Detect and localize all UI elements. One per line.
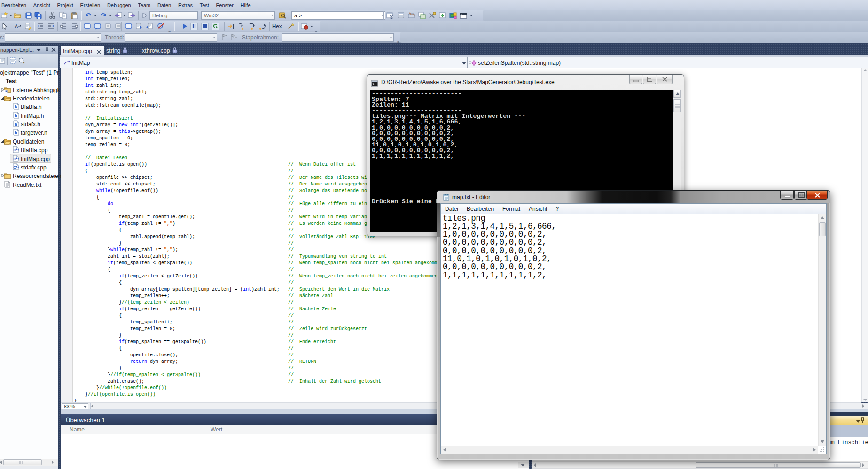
svg-text:Hex: Hex bbox=[272, 23, 282, 29]
svg-text:h: h bbox=[15, 122, 17, 127]
svg-text:h: h bbox=[15, 131, 17, 135]
svg-text:h: h bbox=[15, 105, 17, 109]
svg-text:h: h bbox=[15, 114, 17, 118]
svg-text:C: C bbox=[13, 165, 16, 169]
svg-text:A: A bbox=[15, 23, 18, 29]
svg-text:C: C bbox=[13, 148, 16, 152]
svg-text:C: C bbox=[13, 157, 16, 161]
